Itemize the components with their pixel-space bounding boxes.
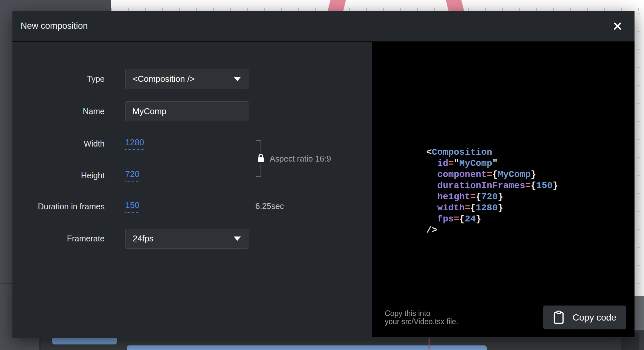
form-row-height: Height 720 [12,168,372,183]
aspect-ratio-label: Aspect ratio 16:9 [270,154,331,164]
height-label: Height [12,171,105,180]
framerate-select[interactable]: 24fps [125,229,248,249]
type-select[interactable]: <Composition /> [125,69,248,89]
form-row-width: Width 1280 [12,136,372,151]
timeline-clip [127,345,487,350]
copy-code-label: Copy code [573,312,617,323]
form-row-framerate: Framerate 24fps [12,229,372,249]
dialog-body: Type <Composition /> Name Width 1280 Hei… [12,42,635,337]
dialog-title: New composition [21,21,88,31]
width-value[interactable]: 1280 [125,137,144,150]
copy-code-button[interactable]: Copy code [543,306,626,329]
form-row-duration: Duration in frames 150 [12,199,372,214]
new-composition-dialog: New composition Type <Composition /> [12,11,635,338]
type-select-value: <Composition /> [133,74,195,84]
track-row-divider [0,283,12,284]
name-input[interactable] [125,101,248,121]
duration-value[interactable]: 150 [125,200,139,213]
height-value[interactable]: 720 [125,169,139,182]
code-block: <Composition id="MyComp" component={MyCo… [426,147,558,236]
copy-hint-line2: your src/Video.tsx file. [385,318,458,326]
chevron-down-icon [234,236,241,241]
framerate-select-value: 24fps [133,234,154,244]
copy-hint-line1: Copy this into [385,309,458,318]
framerate-label: Framerate [12,234,105,243]
type-label: Type [12,74,105,84]
duration-label: Duration in frames [12,202,105,211]
lock-icon[interactable] [256,152,266,164]
dialog-titlebar: New composition [12,11,635,42]
track-row-divider [0,315,12,315]
duration-seconds: 6.25sec [255,201,284,211]
chevron-down-icon [234,77,241,81]
form-row-name: Name [12,101,372,121]
form-row-type: Type <Composition /> [12,69,372,89]
close-button[interactable] [610,18,625,34]
clipboard-icon [553,310,564,324]
preview-side-marks [637,13,640,291]
remotion-studio-screen: New composition Type <Composition /> [0,0,644,350]
name-label: Name [12,107,105,116]
close-icon [613,21,622,31]
code-preview-panel: <Composition id="MyComp" component={MyCo… [372,42,635,337]
preview-ruler [111,8,644,11]
width-label: Width [12,139,105,149]
copy-hint: Copy this into your src/Video.tsx file. [385,309,458,326]
